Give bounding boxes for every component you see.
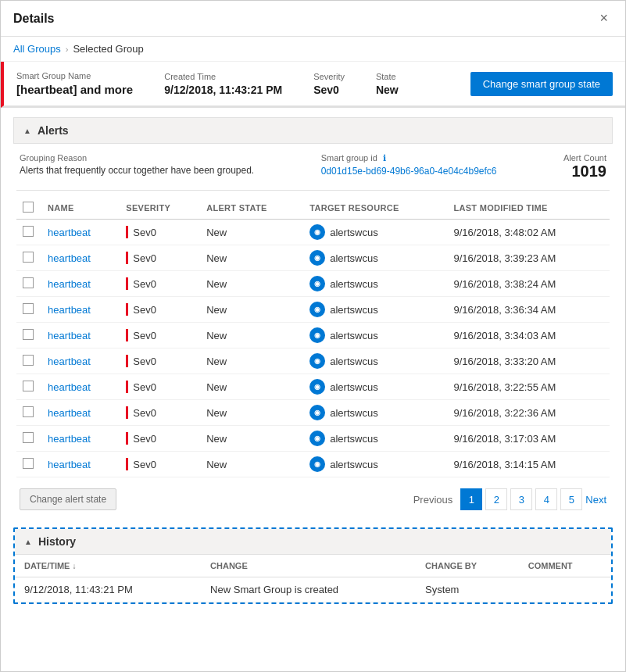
row-select-checkbox[interactable] bbox=[23, 458, 34, 469]
smart-group-id-link[interactable]: 0d01d15e-bd69-49b6-96a0-4e04c4b9efc6 bbox=[321, 166, 497, 177]
table-row: heartbeat Sev0 New ◉alertswcus 9/16/2018… bbox=[16, 323, 610, 349]
table-row: heartbeat Sev0 New ◉alertswcus 9/16/2018… bbox=[16, 245, 610, 271]
state-label: State bbox=[376, 72, 399, 81]
row-checkbox bbox=[16, 220, 41, 245]
table-row: heartbeat Sev0 New ◉alertswcus 9/16/2018… bbox=[16, 374, 610, 400]
row-checkbox bbox=[16, 426, 41, 452]
row-select-checkbox[interactable] bbox=[23, 329, 34, 340]
row-severity: Sev0 bbox=[120, 271, 200, 297]
row-severity: Sev0 bbox=[120, 220, 200, 245]
row-select-checkbox[interactable] bbox=[23, 226, 34, 237]
row-select-checkbox[interactable] bbox=[23, 355, 34, 366]
table-row: heartbeat Sev0 New ◉alertswcus 9/16/2018… bbox=[16, 271, 610, 297]
grouping-reason: Grouping Reason Alerts that frequently o… bbox=[20, 153, 254, 176]
row-name: heartbeat bbox=[41, 426, 120, 452]
alert-name-link[interactable]: heartbeat bbox=[48, 227, 91, 238]
alert-name-link[interactable]: heartbeat bbox=[48, 407, 91, 419]
row-time: 9/16/2018, 3:36:34 AM bbox=[447, 297, 610, 323]
row-target: ◉alertswcus bbox=[303, 297, 447, 323]
row-target: ◉alertswcus bbox=[303, 349, 447, 374]
row-time: 9/16/2018, 3:33:20 AM bbox=[447, 349, 610, 374]
row-select-checkbox[interactable] bbox=[23, 406, 34, 417]
page-5-button[interactable]: 5 bbox=[560, 488, 582, 510]
history-comment bbox=[519, 577, 611, 602]
target-icon: ◉ bbox=[309, 431, 325, 446]
table-row: heartbeat Sev0 New ◉alertswcus 9/16/2018… bbox=[16, 426, 610, 452]
target-icon: ◉ bbox=[309, 456, 325, 472]
alert-name-link[interactable]: heartbeat bbox=[48, 459, 91, 470]
row-select-checkbox[interactable] bbox=[23, 381, 34, 391]
alert-count-value: 1019 bbox=[563, 163, 606, 181]
severity-indicator bbox=[126, 277, 128, 290]
alert-name-link[interactable]: heartbeat bbox=[48, 381, 91, 393]
page-4-button[interactable]: 4 bbox=[535, 488, 557, 510]
page-1-button[interactable]: 1 bbox=[460, 488, 482, 510]
alerts-chevron-icon: ▲ bbox=[23, 127, 31, 135]
grouping-reason-text: Alerts that frequently occur together ha… bbox=[20, 165, 254, 176]
page-3-button[interactable]: 3 bbox=[510, 488, 532, 510]
target-name: alertswcus bbox=[330, 407, 377, 419]
change-smart-group-state-button[interactable]: Change smart group state bbox=[470, 72, 613, 96]
select-all-checkbox[interactable] bbox=[23, 202, 34, 213]
row-severity: Sev0 bbox=[120, 349, 200, 374]
row-checkbox bbox=[16, 245, 41, 271]
previous-page-button[interactable]: Previous bbox=[409, 494, 458, 506]
row-select-checkbox[interactable] bbox=[23, 252, 34, 263]
row-severity: Sev0 bbox=[120, 297, 200, 323]
grouping-reason-label: Grouping Reason bbox=[20, 153, 254, 163]
col-target-resource: TARGET RESOURCE bbox=[303, 197, 447, 220]
severity-indicator bbox=[126, 355, 128, 367]
col-comment: COMMENT bbox=[519, 555, 611, 577]
severity-indicator bbox=[126, 226, 128, 238]
page-2-button[interactable]: 2 bbox=[485, 488, 507, 510]
dialog-header: Details × bbox=[1, 1, 625, 37]
target-icon: ◉ bbox=[309, 353, 325, 369]
history-section-header[interactable]: ▲ History bbox=[15, 529, 611, 555]
alert-name-link[interactable]: heartbeat bbox=[48, 433, 91, 445]
table-row: heartbeat Sev0 New ◉alertswcus 9/16/2018… bbox=[16, 452, 610, 477]
row-state: New bbox=[200, 374, 303, 400]
history-chevron-icon: ▲ bbox=[24, 538, 32, 546]
severity-indicator bbox=[126, 458, 128, 470]
alert-name-link[interactable]: heartbeat bbox=[48, 252, 91, 264]
row-severity: Sev0 bbox=[120, 452, 200, 477]
target-icon: ◉ bbox=[309, 302, 325, 317]
breadcrumb-all-groups[interactable]: All Groups bbox=[13, 43, 61, 55]
next-page-button[interactable]: Next bbox=[585, 494, 606, 506]
row-time: 9/16/2018, 3:38:24 AM bbox=[447, 271, 610, 297]
alert-name-link[interactable]: heartbeat bbox=[48, 356, 91, 367]
breadcrumb-selected: Selected Group bbox=[73, 43, 143, 55]
target-icon: ◉ bbox=[309, 405, 325, 420]
close-button[interactable]: × bbox=[595, 9, 613, 28]
breadcrumb: All Groups › Selected Group bbox=[1, 37, 625, 62]
alert-name-link[interactable]: heartbeat bbox=[48, 304, 91, 316]
state-group: State New bbox=[376, 72, 399, 96]
row-severity: Sev0 bbox=[120, 323, 200, 349]
row-target: ◉alertswcus bbox=[303, 220, 447, 245]
row-name: heartbeat bbox=[41, 374, 120, 400]
row-time: 9/16/2018, 3:39:23 AM bbox=[447, 245, 610, 271]
change-alert-state-button[interactable]: Change alert state bbox=[20, 488, 116, 510]
sort-icon: ↓ bbox=[73, 562, 77, 570]
row-select-checkbox[interactable] bbox=[23, 303, 34, 314]
row-select-checkbox[interactable] bbox=[23, 277, 34, 288]
alert-count-label: Alert Count bbox=[563, 153, 606, 163]
severity-group: Severity Sev0 bbox=[313, 72, 345, 96]
row-checkbox bbox=[16, 297, 41, 323]
row-target: ◉alertswcus bbox=[303, 374, 447, 400]
target-name: alertswcus bbox=[330, 330, 377, 341]
alerts-section-header[interactable]: ▲ Alerts bbox=[13, 117, 613, 144]
col-change: CHANGE bbox=[201, 555, 416, 577]
row-state: New bbox=[200, 297, 303, 323]
row-select-checkbox[interactable] bbox=[23, 432, 34, 443]
alerts-table: NAME SEVERITY ALERT STATE TARGET RESOURC… bbox=[16, 197, 610, 477]
row-checkbox bbox=[16, 400, 41, 426]
row-checkbox bbox=[16, 323, 41, 349]
row-name: heartbeat bbox=[41, 245, 120, 271]
alert-name-link[interactable]: heartbeat bbox=[48, 278, 91, 290]
alerts-section-title: Alerts bbox=[38, 124, 69, 137]
smart-group-name-group: Smart Group Name [heartbeat] and more bbox=[16, 71, 133, 96]
alert-name-link[interactable]: heartbeat bbox=[48, 330, 91, 341]
info-bar: Smart Group Name [heartbeat] and more Cr… bbox=[1, 62, 625, 108]
row-state: New bbox=[200, 271, 303, 297]
